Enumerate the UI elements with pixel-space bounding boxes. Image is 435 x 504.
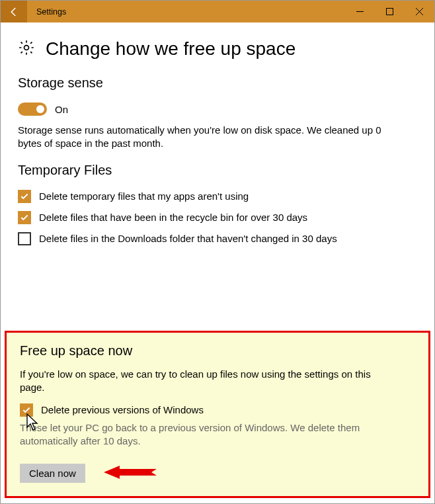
checkbox-label: Delete files in the Downloads folder tha…	[39, 232, 337, 245]
gear-icon	[18, 39, 35, 59]
clean-now-button[interactable]: Clean now	[20, 464, 85, 483]
checkbox-downloads-30days[interactable]	[18, 232, 31, 245]
temporary-files-heading: Temporary Files	[18, 163, 417, 178]
storage-sense-heading: Storage sense	[18, 75, 417, 91]
maximize-button[interactable]	[375, 1, 405, 22]
arrow-left-icon	[104, 464, 163, 483]
storage-sense-toggle-label: On	[55, 104, 68, 115]
page-title: Change how we free up space	[46, 38, 296, 60]
checkbox-recycle-bin-30days[interactable]	[18, 211, 31, 224]
free-up-space-description: If you're low on space, we can try to cl…	[20, 368, 390, 395]
svg-point-4	[24, 46, 29, 50]
storage-sense-toggle[interactable]	[18, 103, 47, 116]
close-button[interactable]	[405, 1, 434, 22]
checkbox-label: Delete files that have been in the recyc…	[39, 211, 307, 224]
checkbox-label: Delete previous versions of Windows	[41, 403, 204, 417]
svg-marker-5	[104, 466, 157, 479]
titlebar: Settings	[1, 1, 434, 22]
free-up-space-highlight: Free up space now If you're low on space…	[5, 331, 430, 498]
storage-sense-description: Storage sense runs automatically when yo…	[18, 124, 388, 151]
back-button[interactable]	[1, 1, 27, 22]
checkbox-delete-temp-files[interactable]	[18, 190, 31, 203]
free-up-space-heading: Free up space now	[20, 343, 415, 358]
delete-previous-windows-description: These let your PC go back to a previous …	[20, 421, 390, 448]
checkbox-delete-previous-windows[interactable]	[20, 403, 33, 417]
checkbox-label: Delete temporary files that my apps aren…	[39, 190, 249, 203]
window-title: Settings	[27, 1, 345, 22]
minimize-button[interactable]	[345, 1, 375, 22]
svg-rect-1	[387, 9, 393, 15]
